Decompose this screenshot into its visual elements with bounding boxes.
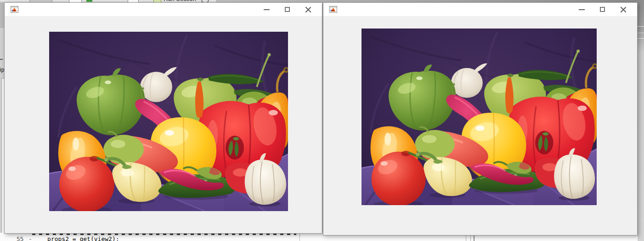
- minimize-icon: [264, 9, 270, 10]
- close-button[interactable]: [613, 3, 633, 16]
- desktop-right-panel-fragment: [638, 2, 644, 241]
- close-icon: [305, 6, 311, 12]
- panel-line-fragment-2: [638, 33, 644, 33]
- minimize-icon: [579, 9, 585, 10]
- editor-code-line: props2 = get(view2);: [47, 235, 119, 241]
- titlebar[interactable]: [323, 3, 637, 16]
- matlab-figure-icon: [329, 6, 337, 13]
- maximize-icon: [285, 7, 290, 12]
- panel-dash-fragment: [0, 59, 3, 60]
- editor-exec-marker: -: [28, 235, 32, 241]
- titlebar[interactable]: [5, 3, 322, 16]
- maximize-button[interactable]: [592, 3, 613, 16]
- toolbar-green-icon: [86, 0, 92, 2]
- panel-line-fragment: [638, 26, 644, 27]
- matlab-figure-icon: [11, 6, 18, 13]
- peppers-image: [362, 29, 597, 205]
- window-controls: [571, 3, 633, 16]
- editor-divider: [299, 233, 300, 241]
- run-section-label: Run Section: [164, 0, 196, 2]
- close-button[interactable]: [298, 3, 318, 16]
- close-icon: [620, 6, 626, 12]
- maximize-button[interactable]: [277, 3, 298, 16]
- panel-text-fragment: ip: [0, 67, 4, 73]
- peppers-image: [49, 32, 288, 211]
- figure-canvas: [323, 16, 637, 235]
- figure-window-left: [4, 2, 322, 234]
- figure-canvas: [5, 16, 322, 233]
- minimize-button[interactable]: [256, 3, 277, 16]
- editor-line-number: 55: [17, 235, 24, 241]
- clipped-code-line-tops: [32, 234, 296, 235]
- maximize-icon: [600, 7, 605, 12]
- minimize-button[interactable]: [571, 3, 592, 16]
- panel-line-fragment-3: [638, 38, 644, 39]
- figure-window-right: [323, 2, 638, 235]
- window-controls: [256, 3, 318, 16]
